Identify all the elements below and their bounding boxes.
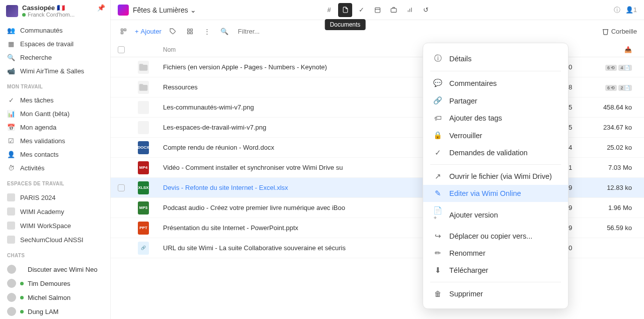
file-type-icon: PPT: [138, 222, 149, 235]
space-icon: [7, 207, 15, 216]
info-icon[interactable]: ⓘ: [614, 6, 620, 15]
ctx-label: Editer via Wimi Online: [449, 189, 521, 197]
select-all-checkbox[interactable]: [118, 46, 125, 53]
space-item[interactable]: WIMI Academy: [0, 204, 110, 219]
ctx-open[interactable]: ↗Ouvrir le fichier (via Wimi Drive): [423, 168, 568, 185]
svg-rect-7: [124, 29, 126, 31]
space-item[interactable]: PARIS 2024: [0, 190, 110, 204]
file-size: 7.03 Mo: [592, 164, 637, 171]
workspace-avatar: [6, 5, 18, 17]
work-heading: MON TRAVAIL: [0, 80, 110, 91]
nav-community[interactable]: 👥Communautés: [0, 24, 110, 37]
space-icon: [7, 193, 15, 201]
file-type-icon: MP4: [138, 161, 149, 174]
check-icon: ✓: [7, 96, 15, 104]
space-icon: [7, 222, 15, 230]
chat-item[interactable]: Dung LAM: [0, 304, 110, 318]
row-checkbox[interactable]: [118, 184, 125, 191]
svg-rect-11: [191, 32, 193, 34]
filter-input[interactable]: [238, 28, 323, 35]
chat-label: Tim Demoures: [28, 280, 70, 287]
workspace-title: Cassiopée: [22, 4, 55, 12]
space-item[interactable]: SecNumCloud ANSSI: [0, 233, 110, 247]
chat-item[interactable]: Michel Salmon: [0, 290, 110, 304]
nav-documents-icon[interactable]: Documents: [338, 3, 352, 17]
nav-channels-icon[interactable]: #: [322, 3, 336, 17]
ctx-move[interactable]: ↪Déplacer ou copier vers...: [423, 228, 568, 245]
info-icon: ⓘ: [433, 54, 442, 63]
sidebar-header[interactable]: Cassiopée 🇫🇷 Franck Cord'hom... 📌: [0, 0, 110, 22]
flag-icon: 🇫🇷: [57, 4, 65, 12]
space-label: WIMI WorkSpace: [20, 222, 71, 230]
members-count[interactable]: 👤1: [625, 6, 637, 14]
work-label: Activités: [20, 164, 44, 172]
chat-avatar-icon: [7, 307, 16, 316]
nav-chart-icon[interactable]: [403, 3, 417, 17]
work-contacts[interactable]: 👤Mes contacts: [0, 148, 110, 161]
file-type-icon: XLSX: [138, 181, 149, 194]
ctx-addver[interactable]: 📄⁺Ajouter version: [423, 202, 568, 228]
space-label: PARIS 2024: [20, 194, 56, 201]
file-type-icon: [138, 101, 149, 114]
more-icon[interactable]: ⋮: [202, 26, 213, 37]
tooltip: Documents: [325, 19, 366, 30]
work-label: Mes tâches: [20, 96, 53, 104]
tree-icon[interactable]: [118, 26, 129, 37]
file-type-icon: [138, 61, 149, 74]
ctx-trash[interactable]: 🗑Supprimer: [423, 285, 568, 302]
work-calendar[interactable]: 📅Mon agenda: [0, 121, 110, 134]
nav-briefcase-icon[interactable]: [386, 3, 400, 17]
nav-calendar-icon[interactable]: [370, 3, 384, 17]
svg-rect-8: [121, 32, 123, 34]
nav-label: Espaces de travail: [20, 40, 73, 48]
trash-button[interactable]: Corbeille: [602, 28, 637, 35]
rename-icon: ✏: [433, 249, 442, 257]
ctx-comment[interactable]: 💬Commentaires: [423, 74, 568, 92]
workspace-badge-icon: [118, 5, 129, 16]
separator: [430, 71, 561, 71]
nav-history-icon[interactable]: ↺: [419, 3, 433, 17]
ctx-label: Détails: [449, 55, 471, 63]
ctx-validate[interactable]: ✓Demandes de validation: [423, 144, 568, 161]
file-type-icon: [138, 81, 149, 94]
tag-icon[interactable]: [168, 26, 179, 37]
chat-item[interactable]: Discuter avec Wimi Neo: [0, 262, 110, 276]
ctx-label: Ajouter des tags: [449, 114, 502, 122]
ctx-rename[interactable]: ✏Renommer: [423, 245, 568, 262]
trash-icon: 🗑: [433, 290, 442, 298]
share-icon: 🔗: [433, 96, 442, 105]
ctx-tag[interactable]: 🏷Ajouter des tags: [423, 110, 568, 127]
chat-item[interactable]: Tim Demoures: [0, 276, 110, 290]
pin-icon[interactable]: 📌: [97, 4, 105, 12]
nav-video[interactable]: 📹Wimi AirTime & Salles: [0, 64, 110, 78]
file-size: 234.67 ko: [592, 124, 637, 131]
nav-section: 👥Communautés▦Espaces de travail🔍Recherch…: [0, 22, 110, 80]
nav-grid[interactable]: ▦Espaces de travail: [0, 37, 110, 51]
work-activity[interactable]: ⏱Activités: [0, 161, 110, 175]
search-icon: 🔍: [219, 26, 230, 37]
work-gantt[interactable]: 📊Mon Gantt (bêta): [0, 107, 110, 121]
nav-label: Wimi AirTime & Salles: [20, 67, 84, 75]
validate-icon: ✓: [433, 149, 442, 157]
current-workspace[interactable]: Fêtes & Lumières ⌄: [133, 6, 196, 14]
chat-label: Dung LAM: [28, 308, 58, 315]
ctx-lock[interactable]: 🔒Verrouiller: [423, 127, 568, 144]
space-item[interactable]: WIMI WorkSpace: [0, 219, 110, 233]
comment-icon: 💬: [433, 79, 442, 87]
svg-rect-0: [375, 8, 380, 13]
community-icon: 👥: [7, 27, 15, 34]
work-validate[interactable]: ☑Mes validations: [0, 134, 110, 148]
ctx-edit[interactable]: ✎Editer via Wimi Online: [423, 185, 568, 202]
ctx-share[interactable]: 🔗Partager: [423, 92, 568, 110]
chat-label: Discuter avec Wimi Neo: [28, 266, 98, 273]
ctx-download[interactable]: ⬇Télécharger: [423, 262, 568, 279]
nav-search[interactable]: 🔍Recherche: [0, 51, 110, 64]
file-size: 458.64 ko: [592, 103, 637, 111]
grid-view-icon[interactable]: [185, 26, 196, 37]
work-check[interactable]: ✓Mes tâches: [0, 93, 110, 107]
nav-tasks-icon[interactable]: ✓: [354, 3, 368, 17]
ctx-label: Demandes de validation: [449, 149, 528, 157]
ctx-info[interactable]: ⓘDétails: [423, 49, 568, 68]
add-button[interactable]: + Ajouter: [135, 28, 162, 35]
file-type-icon: MP3: [138, 201, 149, 215]
